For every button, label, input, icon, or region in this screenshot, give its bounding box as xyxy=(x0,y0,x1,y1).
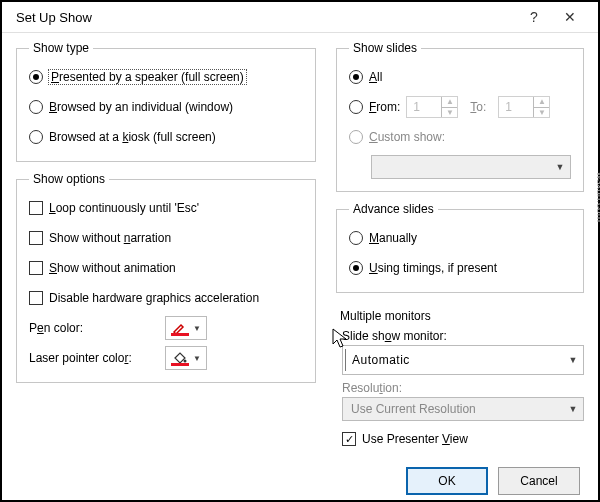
resolution-value: Use Current Resolution xyxy=(343,402,563,416)
setup-show-dialog: Set Up Show ? ✕ Show type Presented by a… xyxy=(0,0,600,502)
right-column: Show slides All From: 1 ▲▼ To: 1 ▲▼ xyxy=(336,41,584,461)
show-type-group: Show type Presented by a speaker (full s… xyxy=(16,41,316,162)
advance-slides-legend: Advance slides xyxy=(349,202,438,216)
opt-no-narration[interactable]: Show without narration xyxy=(29,226,303,250)
presenter-view-label: Use Presenter View xyxy=(362,432,468,446)
slides-all-label: All xyxy=(369,70,382,84)
monitors-group: Multiple monitors Slide show monitor: Au… xyxy=(336,303,584,451)
slides-custom-radio xyxy=(349,130,363,144)
show-type-opt-kiosk[interactable]: Browsed at a kiosk (full screen) xyxy=(29,125,303,149)
spin-up-icon: ▲ xyxy=(534,97,549,107)
close-button[interactable]: ✕ xyxy=(552,2,588,32)
text-caret xyxy=(345,349,346,371)
advance-slides-group: Advance slides Manually Using timings, i… xyxy=(336,202,584,293)
slides-custom-label: Custom show: xyxy=(369,130,445,144)
monitors-legend: Multiple monitors xyxy=(340,309,584,323)
from-spinner[interactable]: 1 ▲▼ xyxy=(406,96,458,118)
laser-color-row: Laser pointer color: ▼ xyxy=(29,346,303,370)
radio-icon xyxy=(349,231,363,245)
show-type-opt-speaker-label: Presented by a speaker (full screen) xyxy=(49,70,246,84)
chevron-down-icon: ▼ xyxy=(193,354,201,363)
opt-loop-label: Loop continuously until 'Esc' xyxy=(49,201,199,215)
slides-from-radio[interactable] xyxy=(349,100,363,114)
show-type-legend: Show type xyxy=(29,41,93,55)
dialog-title: Set Up Show xyxy=(16,10,516,25)
slides-from-row: From: 1 ▲▼ To: 1 ▲▼ xyxy=(349,95,571,119)
radio-icon xyxy=(349,261,363,275)
dialog-body: Show type Presented by a speaker (full s… xyxy=(2,33,598,461)
opt-disable-hw-label: Disable hardware graphics acceleration xyxy=(49,291,259,305)
resolution-combo: Use Current Resolution ▼ xyxy=(342,397,584,421)
chevron-down-icon: ▼ xyxy=(550,156,570,178)
radio-icon xyxy=(29,130,43,144)
pen-color-label: Pen color: xyxy=(29,321,159,335)
radio-icon xyxy=(29,70,43,84)
chevron-down-icon: ▼ xyxy=(563,398,583,420)
slides-to-label: To: xyxy=(470,100,486,114)
bucket-icon xyxy=(171,350,189,366)
slides-all[interactable]: All xyxy=(349,65,571,89)
presenter-view[interactable]: Use Presenter View xyxy=(342,427,584,451)
opt-no-animation-label: Show without animation xyxy=(49,261,176,275)
dialog-footer: OK Cancel xyxy=(2,461,598,500)
spin-up-icon: ▲ xyxy=(442,97,457,107)
spin-down-icon: ▼ xyxy=(534,107,549,118)
advance-timings-label: Using timings, if present xyxy=(369,261,497,275)
show-slides-legend: Show slides xyxy=(349,41,421,55)
slides-custom-row: Custom show: xyxy=(349,125,571,149)
show-type-opt-speaker[interactable]: Presented by a speaker (full screen) xyxy=(29,65,303,89)
show-slides-group: Show slides All From: 1 ▲▼ To: 1 ▲▼ xyxy=(336,41,584,192)
radio-icon xyxy=(29,100,43,114)
left-column: Show type Presented by a speaker (full s… xyxy=(16,41,316,461)
help-button[interactable]: ? xyxy=(516,2,552,32)
radio-icon xyxy=(349,70,363,84)
spin-down-icon: ▼ xyxy=(442,107,457,118)
checkbox-icon xyxy=(29,231,43,245)
chevron-down-icon: ▼ xyxy=(193,324,201,333)
monitor-combo[interactable]: Automatic ▼ xyxy=(342,345,584,375)
checkbox-icon xyxy=(29,291,43,305)
laser-color-label: Laser pointer color: xyxy=(29,351,159,365)
resolution-label: Resolution: xyxy=(342,381,584,395)
opt-loop[interactable]: Loop continuously until 'Esc' xyxy=(29,196,303,220)
pen-color-row: Pen color: ▼ xyxy=(29,316,303,340)
checkbox-icon xyxy=(29,201,43,215)
watermark: wsxdn.com xyxy=(595,172,600,222)
monitor-label: Slide show monitor: xyxy=(342,329,584,343)
advance-manual[interactable]: Manually xyxy=(349,226,571,250)
from-value: 1 xyxy=(407,97,441,117)
help-icon: ? xyxy=(530,9,538,25)
show-type-opt-individual[interactable]: Browsed by an individual (window) xyxy=(29,95,303,119)
advance-timings[interactable]: Using timings, if present xyxy=(349,256,571,280)
laser-color-button[interactable]: ▼ xyxy=(165,346,207,370)
opt-disable-hw[interactable]: Disable hardware graphics acceleration xyxy=(29,286,303,310)
ok-button[interactable]: OK xyxy=(406,467,488,495)
advance-manual-label: Manually xyxy=(369,231,417,245)
to-value: 1 xyxy=(499,97,533,117)
cancel-button[interactable]: Cancel xyxy=(498,467,580,495)
checkbox-icon xyxy=(342,432,356,446)
to-spinner[interactable]: 1 ▲▼ xyxy=(498,96,550,118)
pen-color-button[interactable]: ▼ xyxy=(165,316,207,340)
custom-show-combo-row: ▼ xyxy=(353,155,571,179)
checkbox-icon xyxy=(29,261,43,275)
opt-no-narration-label: Show without narration xyxy=(49,231,171,245)
monitor-value: Automatic xyxy=(350,353,563,367)
show-options-legend: Show options xyxy=(29,172,109,186)
show-type-opt-kiosk-label: Browsed at a kiosk (full screen) xyxy=(49,130,216,144)
pen-icon xyxy=(171,320,189,336)
show-options-group: Show options Loop continuously until 'Es… xyxy=(16,172,316,383)
show-type-opt-individual-label: Browsed by an individual (window) xyxy=(49,100,233,114)
slides-from-label: From: xyxy=(369,100,400,114)
chevron-down-icon: ▼ xyxy=(563,346,583,374)
custom-show-combo: ▼ xyxy=(371,155,571,179)
close-icon: ✕ xyxy=(564,9,576,25)
opt-no-animation[interactable]: Show without animation xyxy=(29,256,303,280)
titlebar: Set Up Show ? ✕ xyxy=(2,2,598,33)
